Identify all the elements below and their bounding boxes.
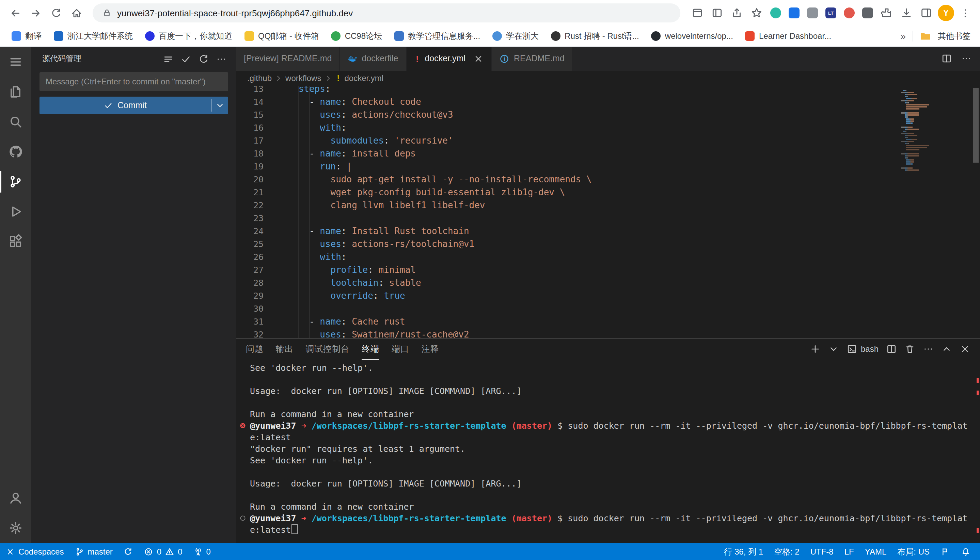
panel-tab[interactable]: 端口 [391,339,409,360]
activity-explorer-button[interactable] [0,77,31,107]
breadcrumb-item[interactable]: .github [247,73,272,83]
launch-profile-button[interactable] [828,344,839,355]
downloads-icon[interactable] [900,7,913,19]
debug-icon [8,204,23,219]
activity-search-button[interactable] [0,107,31,137]
bookmark-item[interactable]: weloveinterns/op... [647,29,738,43]
tab-readme.md[interactable]: README.md [492,47,573,71]
status-cursor-position[interactable]: 行 36, 列 1 [719,543,769,560]
source-control-icon [8,174,23,189]
bookmark-item[interactable]: 浙江大学邮件系统 [49,28,137,44]
other-bookmarks[interactable]: 其他书签 [938,30,970,42]
side-panel-icon[interactable] [920,7,932,19]
code-content[interactable]: 13 steps:14 - name: Checkout code15 uses… [236,86,897,338]
address-bar[interactable]: yunwei37-potential-space-trout-rpr5qwj66… [93,3,681,22]
terminal[interactable]: See 'docker run --help'.Usage: docker ru… [236,360,980,543]
status-branch[interactable]: master [69,543,118,560]
bookmark-item[interactable]: QQ邮箱 - 收件箱 [240,28,324,44]
commit-message-input[interactable] [40,72,228,91]
code-editor[interactable]: 13 steps:14 - name: Checkout code15 uses… [236,86,980,338]
reload-button[interactable] [46,3,65,22]
status-encoding[interactable]: UTF-8 [805,543,839,560]
editor-more-button[interactable] [961,53,972,64]
status-indentation[interactable]: 空格: 2 [769,543,805,560]
home-icon [70,7,82,19]
open-panel-icon[interactable] [711,7,723,19]
minimap[interactable] [897,86,972,338]
activity-extensions-button[interactable] [0,227,31,257]
panel-tab[interactable]: 调试控制台 [306,339,350,360]
terminal-line: See 'docker run --help'. [250,362,970,374]
bookmark-star-icon[interactable] [751,7,763,19]
scrollbar-thumb[interactable] [973,88,978,163]
commit-dropdown-button[interactable] [212,97,228,114]
extensions-puzzle-icon[interactable] [881,7,893,19]
minimap-line [901,141,969,142]
status-codespaces[interactable]: Codespaces [0,543,69,560]
panel-tab[interactable]: 问题 [246,339,264,360]
tab--preview-readme.md[interactable]: [Preview] README.md [236,47,340,71]
activity-source-control-button[interactable] [0,167,31,197]
avatar[interactable]: Y [938,5,954,21]
back-button[interactable] [5,3,25,22]
save-card-icon[interactable] [691,7,704,19]
bookmark-item[interactable]: Learner Dashboar... [741,29,836,43]
home-button[interactable] [67,3,86,22]
bookmark-item[interactable]: 教学管理信息服务... [390,28,485,44]
terminal-shell-picker[interactable]: bash [846,344,878,355]
kill-terminal-button[interactable] [905,344,915,355]
activity-account-button[interactable] [0,483,31,513]
panel-tab[interactable]: 终端 [361,339,379,360]
bookmark-item[interactable]: 翻译 [7,28,46,44]
bookmark-item[interactable]: 百度一下，你就知道 [140,28,237,44]
split-terminal-button[interactable] [886,344,897,355]
activity-github-button[interactable] [0,137,31,167]
extension-grid-icon[interactable] [862,7,873,18]
panel-more-button[interactable] [923,344,934,355]
editor-scrollbar[interactable] [972,86,980,338]
breadcrumb-item[interactable]: docker.yml [344,73,383,83]
breadcrumb[interactable]: .githubworkflows!docker.yml [236,71,980,86]
bookmark-item[interactable]: Rust 招聘 - Rust语... [546,28,644,44]
status-keyboard-layout[interactable]: 布局: US [892,543,935,560]
scm-view-mode-button[interactable] [163,53,174,64]
breadcrumb-item[interactable]: workflows [285,73,321,83]
new-terminal-button[interactable] [810,344,821,355]
panel-tab[interactable]: 输出 [276,339,294,360]
minimap-line [901,157,969,158]
scm-refresh-button[interactable] [198,53,209,64]
bookmark-item[interactable]: 学在浙大 [488,28,544,44]
status-problems[interactable]: 00 [139,543,188,560]
scm-commit-check-button[interactable] [181,53,191,64]
extension-gray-doc-icon[interactable] [807,7,818,18]
status-sync[interactable] [118,543,139,560]
split-editor-button[interactable] [941,53,952,64]
minimap-line [901,170,969,171]
extension-orange-icon[interactable] [844,7,855,18]
commit-button[interactable]: Commit [40,97,228,114]
browser-menu-button[interactable] [955,3,975,22]
tab-docker.yml[interactable]: !docker.yml [406,47,492,71]
bookmarks-overflow-chevron[interactable]: » [900,31,906,42]
close-panel-button[interactable] [960,344,970,355]
activity-menu-button[interactable] [0,47,31,77]
status-notifications[interactable] [955,543,976,560]
extension-blue-shield-icon[interactable] [789,7,799,18]
forward-button[interactable] [26,3,45,22]
status-feedback[interactable] [935,543,955,560]
share-icon[interactable] [731,7,743,19]
panel-tab[interactable]: 注释 [421,339,439,360]
activity-settings-button[interactable] [0,513,31,543]
maximize-panel-button[interactable] [941,344,952,355]
status-eol[interactable]: LF [839,543,860,560]
extension-lt-icon[interactable]: LT [825,7,836,18]
tab-dockerfile[interactable]: dockerfile [340,47,406,71]
status-language-mode[interactable]: YAML [860,543,892,560]
minimap-line [901,108,969,110]
bookmark-item[interactable]: CC98论坛 [326,28,387,44]
scm-more-button[interactable] [216,53,227,64]
close-icon[interactable] [474,54,484,64]
activity-run-debug-button[interactable] [0,197,31,227]
status-ports[interactable]: 0 [188,543,216,560]
extension-teal-icon[interactable] [770,7,781,18]
